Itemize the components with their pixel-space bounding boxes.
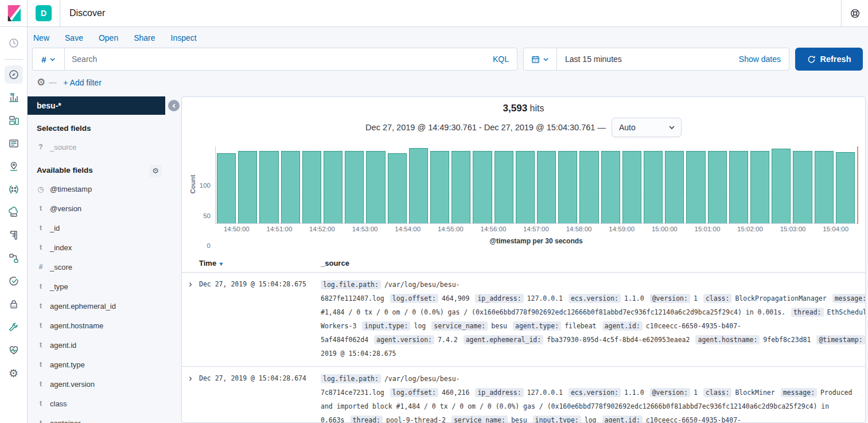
nav-rail: ⚙	[0, 27, 28, 423]
histogram-bar[interactable]	[836, 152, 855, 223]
histogram-bars	[216, 146, 856, 223]
nav-maps[interactable]	[5, 157, 23, 176]
show-dates-button[interactable]: Show dates	[739, 55, 789, 64]
app-badge[interactable]: D	[36, 5, 52, 21]
index-pattern-selector[interactable]: besu-*	[28, 96, 165, 115]
menu-item-share[interactable]: Share	[134, 33, 155, 42]
nav-apm[interactable]	[5, 249, 23, 267]
histogram-bar[interactable]	[345, 151, 364, 223]
nav-dashboard[interactable]	[5, 111, 23, 130]
nav-logs[interactable]	[5, 226, 23, 245]
nav-machine-learning[interactable]	[5, 180, 23, 199]
histogram-bar[interactable]	[366, 151, 385, 223]
query-language-button[interactable]: KQL	[485, 55, 517, 64]
help-menu-button[interactable]	[842, 0, 868, 26]
histogram-bar[interactable]	[388, 153, 407, 223]
histogram-bar[interactable]	[793, 151, 812, 223]
histogram-bar[interactable]	[558, 151, 577, 223]
filter-options-gear-icon[interactable]: ⚙	[37, 77, 45, 87]
interval-select[interactable]: Auto	[612, 118, 682, 137]
add-filter-button[interactable]: + Add filter	[63, 78, 102, 87]
histogram-bar[interactable]	[750, 151, 769, 223]
search-input[interactable]	[65, 55, 485, 64]
recently-viewed-button[interactable]	[5, 34, 23, 52]
nav-canvas[interactable]	[5, 134, 23, 153]
field-item-agent.version[interactable]: tagent.version	[28, 374, 165, 394]
date-picker: Last 15 minutes Show dates	[523, 48, 789, 71]
field-item-agent.type[interactable]: tagent.type	[28, 355, 165, 374]
collapse-sidebar-button[interactable]	[168, 100, 180, 111]
nav-management[interactable]: ⚙	[5, 364, 23, 382]
field-item-_source[interactable]: ?_source	[28, 137, 165, 157]
clock-icon	[8, 37, 20, 49]
nav-uptime[interactable]	[5, 272, 23, 290]
histogram-bar[interactable]	[451, 151, 470, 223]
field-item-_id[interactable]: t_id	[28, 218, 165, 238]
field-item-agent.id[interactable]: tagent.id	[28, 335, 165, 355]
histogram-bar[interactable]	[537, 151, 556, 223]
chevron-down-icon	[543, 56, 549, 63]
document-row: ›Dec 27, 2019 @ 15:04:28.675log.file.pat…	[182, 273, 865, 367]
chart-time-range: Dec 27, 2019 @ 14:49:30.761 - Dec 27, 20…	[365, 123, 606, 132]
string-field-type-icon: t	[37, 302, 45, 310]
refresh-button[interactable]: Refresh	[795, 48, 863, 71]
field-settings-gear-icon[interactable]: ⚙	[149, 165, 162, 177]
field-item-container[interactable]: tcontainer	[28, 413, 165, 423]
field-name: _score	[50, 263, 72, 271]
field-key-badge: log.file.path:	[321, 374, 381, 383]
menu-item-open[interactable]: Open	[99, 33, 118, 42]
time-column-header[interactable]: Time▼	[199, 259, 321, 267]
menu-item-new[interactable]: New	[33, 33, 49, 42]
metrics-cloud-icon	[8, 207, 20, 218]
histogram-bar[interactable]	[601, 151, 620, 223]
field-item-_index[interactable]: t_index	[28, 238, 165, 257]
nav-siem[interactable]	[5, 295, 23, 313]
saved-query-menu-button[interactable]: #	[33, 48, 65, 70]
histogram-bar[interactable]	[622, 151, 641, 223]
field-item-_type[interactable]: t_type	[28, 277, 165, 296]
document-source: log.file.path:/var/log/besu/besu-7c8714c…	[321, 372, 865, 423]
field-name: class	[50, 399, 67, 408]
histogram-bar[interactable]	[815, 151, 834, 223]
histogram-bar[interactable]	[708, 151, 727, 223]
nav-metrics[interactable]	[5, 203, 23, 222]
histogram-bar[interactable]	[302, 151, 321, 223]
top-header: D Discover	[0, 0, 868, 27]
nav-discover[interactable]	[5, 65, 23, 84]
histogram-bar[interactable]	[217, 153, 236, 223]
expand-row-chevron-icon[interactable]: ›	[182, 372, 199, 423]
histogram-bar[interactable]	[579, 151, 598, 223]
histogram-bar[interactable]	[644, 151, 663, 223]
histogram-bar[interactable]	[665, 151, 684, 223]
field-item-_score[interactable]: #_score	[28, 257, 165, 277]
histogram-bar[interactable]	[238, 151, 257, 223]
histogram-bar[interactable]	[281, 151, 300, 223]
histogram-bar[interactable]	[516, 151, 535, 223]
kibana-logo[interactable]	[0, 0, 27, 26]
histogram-bar[interactable]	[473, 151, 492, 223]
histogram-bar[interactable]	[686, 151, 705, 223]
source-column-header: _source	[321, 259, 865, 267]
nav-stack-monitoring[interactable]	[5, 341, 23, 359]
menu-item-save[interactable]: Save	[65, 33, 83, 42]
histogram-bar[interactable]	[259, 151, 278, 223]
histogram-bar[interactable]	[495, 151, 513, 223]
field-key-badge: agent.id:	[602, 416, 643, 423]
histogram-bar[interactable]	[409, 148, 428, 223]
nav-dev-tools[interactable]	[5, 318, 23, 336]
histogram-bar[interactable]	[729, 151, 748, 223]
nav-visualize[interactable]	[5, 88, 23, 107]
expand-row-chevron-icon[interactable]: ›	[182, 278, 199, 360]
field-item-@timestamp[interactable]: ◷@timestamp	[28, 179, 165, 199]
time-range-value[interactable]: Last 15 minutes	[557, 55, 739, 64]
field-item-@version[interactable]: t@version	[28, 199, 165, 218]
field-name: @version	[50, 204, 81, 213]
menu-item-inspect[interactable]: Inspect	[171, 33, 197, 42]
field-item-agent.hostname[interactable]: tagent.hostname	[28, 316, 165, 335]
histogram-bar[interactable]	[772, 149, 791, 223]
histogram-bar[interactable]	[430, 151, 449, 223]
date-quick-select-button[interactable]	[524, 48, 557, 70]
histogram-bar[interactable]	[324, 151, 342, 223]
field-item-agent.ephemeral_id[interactable]: tagent.ephemeral_id	[28, 296, 165, 316]
field-item-class[interactable]: tclass	[28, 394, 165, 413]
